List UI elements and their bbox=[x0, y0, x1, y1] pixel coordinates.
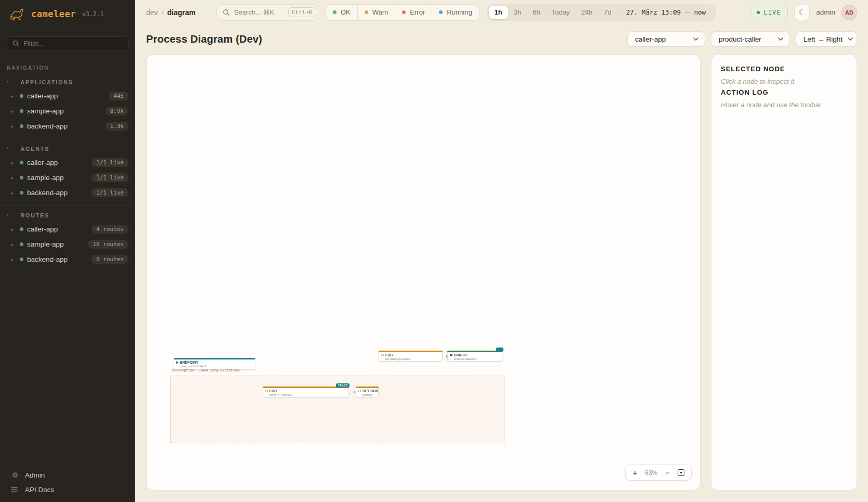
live-label: LIVE bbox=[764, 9, 782, 16]
group-title: AGENTS bbox=[13, 146, 50, 152]
zoom-toolbar: + 63% − bbox=[625, 465, 692, 481]
sidebar-item-routes-sample-app[interactable]: ▸ sample-app 16 routes bbox=[0, 237, 135, 252]
chip-label: Error bbox=[410, 8, 425, 16]
count-badge: 1.3k bbox=[106, 122, 129, 131]
time-range-7d[interactable]: 7d bbox=[598, 4, 617, 21]
node-title: LOG bbox=[385, 353, 393, 357]
exception-group-label: onException: [java.lang.Exception] bbox=[172, 368, 241, 372]
diagram-canvas[interactable]: ENDPOINT timer:productCaller?... LOG log… bbox=[146, 54, 701, 491]
time-range-6h[interactable]: 6h bbox=[527, 4, 546, 21]
sidebar-item-routes-caller-app[interactable]: ▸ caller-app 4 routes bbox=[0, 222, 135, 237]
nav-group-applications: ▾ APPLICATIONS ▸ caller-app 445 ▸ sample… bbox=[0, 73, 135, 139]
route-select[interactable]: product-caller bbox=[711, 31, 790, 47]
sidebar-item-admin[interactable]: ⚙ Admin bbox=[11, 471, 127, 479]
node-title: ENDPOINT bbox=[180, 361, 198, 364]
node-log-start[interactable]: LOG log:Starting produc... bbox=[379, 351, 443, 362]
sidebar-filter[interactable] bbox=[7, 36, 128, 50]
time-range-3h[interactable]: 3h bbox=[508, 4, 527, 21]
app-root: cameleer v3.2.1 NAVIGATION ▾ APPLICATION… bbox=[0, 0, 868, 502]
group-header-applications[interactable]: ▾ APPLICATIONS bbox=[0, 79, 135, 88]
sidebar-item-api-docs[interactable]: API Docs bbox=[11, 486, 127, 494]
caret-right-icon[interactable]: ▸ bbox=[11, 190, 20, 196]
app-name: cameleer bbox=[31, 9, 76, 19]
sidebar-item-routes-backend-app[interactable]: ▸ backend-app 6 routes bbox=[0, 252, 135, 267]
layout-direction-select[interactable]: Left → Right bbox=[796, 31, 857, 47]
edge-connector bbox=[443, 356, 447, 356]
node-title: DIRECT bbox=[454, 353, 467, 357]
sidebar-item-applications-backend-app[interactable]: ▸ backend-app 1.3k bbox=[0, 119, 135, 134]
logo-row: cameleer v3.2.1 bbox=[0, 0, 135, 29]
item-label: caller-app bbox=[27, 225, 92, 233]
filter-chip-error[interactable]: Error bbox=[395, 5, 432, 20]
node-subtitle: setBody bbox=[356, 393, 378, 397]
node-subtitle: log:HTTP call fail... bbox=[263, 393, 348, 397]
filter-chip-ok[interactable]: OK bbox=[326, 5, 357, 20]
caret-right-icon[interactable]: ▸ bbox=[11, 242, 20, 247]
chevron-down-icon bbox=[693, 37, 698, 41]
caret-right-icon[interactable]: ▸ bbox=[11, 160, 20, 165]
status-dot bbox=[20, 94, 23, 98]
fit-view-button[interactable] bbox=[678, 469, 684, 476]
theme-toggle-button[interactable]: ☾ bbox=[794, 5, 810, 20]
api-docs-label: API Docs bbox=[25, 486, 54, 494]
inspector-panel: SELECTED NODE Click a node to inspect it… bbox=[711, 54, 857, 491]
sidebar-item-agents-sample-app[interactable]: ▸ sample-app 1/1 live bbox=[0, 170, 135, 185]
global-search[interactable]: Ctrl+K bbox=[216, 4, 318, 21]
filter-chip-running[interactable]: Running bbox=[432, 5, 478, 20]
gear-icon: ⚙ bbox=[11, 471, 19, 479]
group-header-routes[interactable]: ▾ ROUTES bbox=[0, 212, 135, 222]
select-value: Left → Right bbox=[804, 35, 843, 43]
exception-group: TRACE LOG log:HTTP call fail... bbox=[170, 376, 504, 443]
zoom-in-button[interactable]: + bbox=[632, 469, 637, 477]
filter-chip-warn[interactable]: Warn bbox=[357, 5, 395, 20]
caret-right-icon[interactable]: ▸ bbox=[11, 109, 20, 114]
search-input[interactable] bbox=[234, 8, 284, 16]
node-title: LOG bbox=[269, 389, 277, 393]
shortcut-kbd: Ctrl+K bbox=[288, 7, 316, 17]
diagram-controls: caller-app product-caller Left → Right bbox=[627, 31, 857, 47]
sidebar-item-agents-caller-app[interactable]: ▸ caller-app 1/1 live bbox=[0, 155, 135, 170]
selected-node-heading: SELECTED NODE bbox=[721, 65, 847, 73]
topbar-right: LIVE ☾ admin AD bbox=[750, 5, 857, 20]
live-badge: 1/1 live bbox=[92, 173, 128, 182]
sidebar-item-applications-caller-app[interactable]: ▸ caller-app 445 bbox=[0, 88, 135, 104]
time-range-display: 27. März 13:09 — now bbox=[617, 8, 714, 16]
status-dot bbox=[20, 191, 23, 195]
node-log-exception[interactable]: TRACE LOG log:HTTP call fail... bbox=[263, 387, 348, 397]
avatar[interactable]: AD bbox=[841, 5, 857, 20]
group-title: APPLICATIONS bbox=[13, 79, 73, 85]
routes-badge: 4 routes bbox=[92, 225, 128, 234]
sidebar-item-agents-backend-app[interactable]: ▸ backend-app 1/1 live bbox=[0, 185, 135, 200]
list-icon bbox=[11, 487, 19, 493]
live-indicator[interactable]: LIVE bbox=[750, 5, 788, 20]
sidebar-footer: ⚙ Admin API Docs bbox=[0, 471, 135, 502]
time-range-24h[interactable]: 24h bbox=[575, 4, 598, 21]
caret-right-icon[interactable]: ▸ bbox=[11, 124, 20, 129]
time-range-1h[interactable]: 1h bbox=[489, 6, 508, 19]
app-select[interactable]: caller-app bbox=[627, 31, 705, 47]
breadcrumb-parent[interactable]: dev bbox=[146, 8, 158, 17]
live-badge: 1/1 live bbox=[92, 188, 128, 197]
node-set-body[interactable]: SET BODY setBody bbox=[356, 387, 379, 397]
filter-input[interactable] bbox=[23, 40, 123, 47]
node-direct[interactable]: DIRECT to:direct:callEndP... bbox=[447, 351, 502, 362]
status-dot bbox=[20, 161, 23, 164]
node-subtitle: to:direct:callEndP... bbox=[448, 357, 502, 362]
zoom-out-button[interactable]: − bbox=[665, 469, 670, 477]
sidebar-item-applications-sample-app[interactable]: ▸ sample-app 8.9k bbox=[0, 104, 135, 119]
select-value: product-caller bbox=[719, 35, 773, 43]
caret-right-icon[interactable]: ▸ bbox=[11, 257, 20, 262]
selected-node-empty-text: Click a node to inspect it bbox=[721, 78, 847, 85]
nav-group-routes: ▾ ROUTES ▸ caller-app 4 routes ▸ sample-… bbox=[0, 205, 135, 272]
group-header-agents[interactable]: ▾ AGENTS bbox=[0, 146, 135, 155]
time-range-bar: 1h 3h 6h Today 24h 7d 27. März 13:09 — n… bbox=[487, 4, 716, 21]
caret-right-icon[interactable]: ▸ bbox=[11, 227, 20, 232]
sidebar: cameleer v3.2.1 NAVIGATION ▾ APPLICATION… bbox=[0, 0, 135, 502]
caret-right-icon[interactable]: ▸ bbox=[11, 175, 20, 181]
caret-right-icon[interactable]: ▸ bbox=[11, 94, 20, 99]
user-name: admin bbox=[816, 8, 835, 16]
time-range-today[interactable]: Today bbox=[546, 4, 576, 21]
moon-icon: ☾ bbox=[798, 8, 805, 17]
search-icon bbox=[223, 9, 230, 16]
app-version: v3.2.1 bbox=[82, 10, 104, 18]
